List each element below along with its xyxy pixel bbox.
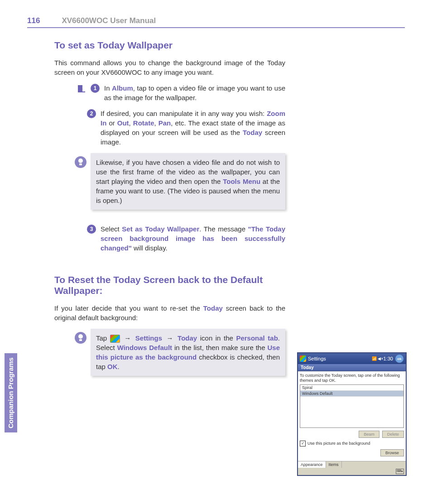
page-number: 116 xyxy=(27,16,40,25)
manual-title: XV6600WOC User Manual xyxy=(62,16,156,25)
section2-heading: To Reset the Today Screen back to the De… xyxy=(54,274,285,296)
section-heading: To set as Today Wallpaper xyxy=(54,40,285,51)
device-desc: To customize the Today screen, tap one o… xyxy=(300,373,404,383)
svg-rect-2 xyxy=(79,163,82,165)
tab-items[interactable]: Items xyxy=(326,461,342,468)
background-checkbox[interactable]: ✓ xyxy=(300,441,306,446)
side-chapter-label: Companion Programs xyxy=(5,353,17,432)
svg-point-4 xyxy=(78,334,83,339)
step-badge-3: 3 xyxy=(87,225,96,234)
start-icon xyxy=(110,335,120,343)
tip-box-1: Likewise, if you have chosen a video fil… xyxy=(91,153,285,210)
section2-intro: If you later decide that you want to re-… xyxy=(54,303,285,322)
step-3-text: Select Set as Today Wallpaper. The messa… xyxy=(101,224,285,253)
start-flag-icon xyxy=(300,355,306,362)
section-intro: This command allows you to change the ba… xyxy=(54,58,285,77)
page-header: 116 XV6600WOC User Manual xyxy=(27,16,405,28)
step-badge-2: 2 xyxy=(87,109,96,118)
step-badge-1: 1 xyxy=(91,84,100,93)
today-header: Today xyxy=(298,364,406,371)
delete-button[interactable]: Delete xyxy=(382,431,404,438)
svg-rect-5 xyxy=(79,339,82,341)
tip-box-2: Tap → Settings → Today icon in the Perso… xyxy=(91,329,285,376)
ok-button[interactable]: ok xyxy=(395,354,404,363)
step-2-text: If desired, you can manipulate it in any… xyxy=(101,109,285,147)
beam-button[interactable]: Beam xyxy=(359,431,379,438)
list-item[interactable]: Windows Default xyxy=(300,391,403,397)
device-time: 1:30 xyxy=(384,356,393,361)
signal-icon: 📶 ◀× xyxy=(372,356,384,361)
device-title: Settings xyxy=(308,356,326,361)
device-titlebar: Settings 📶 ◀× 1:30 ok xyxy=(298,353,406,364)
lightbulb-icon xyxy=(74,156,87,168)
lightbulb-icon xyxy=(74,331,87,344)
step-1-text: In Album, tap to open a video file or im… xyxy=(104,83,285,102)
tab-appearance[interactable]: Appearance xyxy=(298,461,326,468)
keyboard-icon[interactable]: ⌨▴ xyxy=(396,469,404,474)
theme-list[interactable]: Spiral Windows Default xyxy=(300,384,404,428)
checkbox-label: Use this picture as the background xyxy=(307,441,370,446)
browse-button[interactable]: Browse xyxy=(380,449,404,456)
svg-point-1 xyxy=(78,158,83,163)
list-item[interactable]: Spiral xyxy=(300,385,403,391)
note-icon xyxy=(76,83,87,94)
device-screenshot: Settings 📶 ◀× 1:30 ok Today To customize… xyxy=(297,352,407,476)
